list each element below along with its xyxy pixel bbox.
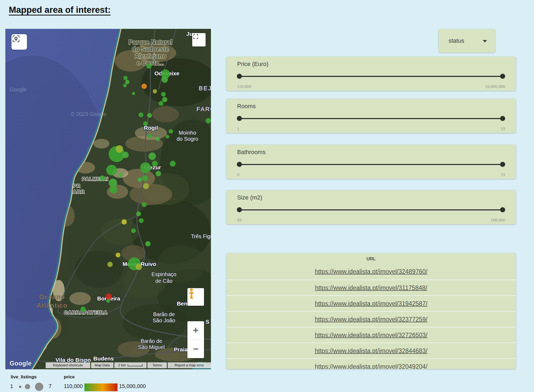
listing-url-link[interactable]: https://www.idealista.pt/imovel/32049204… [315,363,427,369]
listing-marker[interactable] [161,92,166,97]
bathrooms-slider-track[interactable] [239,164,503,165]
rooms-slider-label: Rooms [237,103,256,110]
listing-marker[interactable] [147,134,152,138]
listing-marker[interactable] [142,202,147,207]
terms-link[interactable]: Terms [147,362,167,368]
listing-marker[interactable] [136,264,142,270]
listing-marker[interactable] [155,137,160,141]
size-slider-max-handle[interactable] [500,207,505,212]
scale-bar-icon [128,364,143,366]
map-data-link[interactable]: Map Data [91,362,113,368]
listing-marker[interactable] [145,241,151,246]
listing-marker[interactable] [170,161,176,167]
listing-url-link[interactable]: https://www.idealista.pt/imovel/31942587… [315,300,427,307]
listing-marker[interactable] [132,92,135,95]
legend-dot-large [35,383,43,391]
map-scale-text: 2 km [118,363,126,367]
listing-marker[interactable] [107,262,113,267]
chevron-down-icon [483,40,487,42]
rooms-slider-max-handle[interactable] [500,116,505,121]
listing-url-link[interactable]: https://www.idealista.pt/imovel/32489760… [315,268,427,275]
bathrooms-slider-card: Bathrooms 0 15 [226,145,516,179]
map-pin-scan-icon [11,34,21,43]
status-dropdown[interactable]: status [439,29,495,53]
price-max-value: 15,000,000 [485,84,505,89]
listing-url-link[interactable]: https://www.idealista.pt/imovel/32726503… [315,332,427,339]
listing-marker[interactable] [156,171,161,176]
listing-marker[interactable] [138,178,142,182]
map-label: © 2023 Google [71,111,107,117]
listing-url-link[interactable]: https://www.idealista.pt/imovel/31175848… [315,284,427,291]
rooms-max-value: 15 [501,126,505,131]
map-label: Três Figo [191,233,211,239]
select-area-button[interactable] [11,34,27,50]
listing-marker[interactable] [136,211,141,216]
legend-color-gradient [84,383,117,391]
fullscreen-button[interactable] [192,33,206,46]
bathrooms-slider-min-handle[interactable] [237,162,242,167]
listing-marker[interactable] [116,145,123,153]
listing-marker[interactable] [123,84,127,87]
map-canvas[interactable]: JuParque Naturaldo SudoesteAlentejanoe C… [5,29,211,369]
legend-dot-small [19,386,21,388]
map-label: BEJA [199,85,211,92]
price-slider-track[interactable] [239,76,503,77]
rooms-slider-min-handle[interactable] [237,116,242,121]
listing-marker[interactable] [143,183,149,189]
map-label: CARRAPATEIRA [64,310,108,315]
listing-marker[interactable] [159,101,163,106]
listing-marker[interactable] [123,76,128,80]
listing-marker[interactable] [80,307,86,312]
listing-marker[interactable] [106,299,110,303]
listing-marker[interactable] [152,161,158,167]
listing-marker[interactable] [119,173,123,177]
legend-color-max: 15,000,000 [119,383,146,389]
listing-marker[interactable] [143,121,148,126]
listing-url-link[interactable]: https://www.idealista.pt/imovel/32844683… [315,347,427,354]
listing-marker[interactable] [169,129,173,134]
listing-marker[interactable] [162,97,167,102]
listing-marker[interactable] [125,80,129,84]
map-label: Espinhaço [151,271,176,277]
listing-marker[interactable] [100,175,105,181]
legend-size-title: live_listings [11,374,37,380]
size-slider-track[interactable] [239,209,503,210]
listing-marker[interactable] [140,162,151,173]
map-label: Ben [177,300,187,307]
report-map-error-link[interactable]: Report a map error [168,362,211,368]
price-slider-max-handle[interactable] [500,74,505,79]
zoom-out-button[interactable]: − [187,340,204,358]
pegman-icon [187,288,195,299]
listing-marker[interactable] [121,219,127,225]
map-label: Budens [93,355,114,362]
listing-marker[interactable] [148,152,156,160]
listing-marker[interactable] [147,113,152,118]
rooms-slider-track[interactable] [239,118,503,119]
price-slider-min-handle[interactable] [237,74,242,79]
listing-marker[interactable] [106,165,117,175]
listing-marker[interactable] [122,152,129,158]
size-slider-min-handle[interactable] [237,207,242,212]
zoom-in-button[interactable]: + [187,321,204,340]
map-satellite-image: JuParque Naturaldo SudoesteAlentejanoe C… [5,29,211,369]
listing-marker[interactable] [139,112,143,117]
listing-url-link[interactable]: https://www.idealista.pt/imovel/32377259… [315,316,427,323]
map-label: Ju [186,31,193,37]
listing-marker[interactable] [139,218,144,223]
size-max-value: 150,000 [491,218,505,222]
listing-marker[interactable] [166,135,169,139]
listing-marker[interactable] [206,118,211,123]
listing-marker[interactable] [105,293,112,300]
listing-marker[interactable] [162,76,168,83]
listing-marker[interactable] [110,186,117,193]
listing-marker[interactable] [146,63,152,69]
listing-marker[interactable] [131,228,136,233]
bathrooms-slider-max-handle[interactable] [500,162,505,167]
listing-marker[interactable] [142,84,147,89]
listing-marker[interactable] [153,89,157,93]
listing-marker[interactable] [116,253,120,257]
keyboard-shortcuts-link[interactable]: Keyboard shortcuts [46,362,90,368]
pegman-button[interactable] [187,288,204,306]
map-label: do Sogro [176,136,198,142]
listing-marker[interactable] [142,175,148,181]
